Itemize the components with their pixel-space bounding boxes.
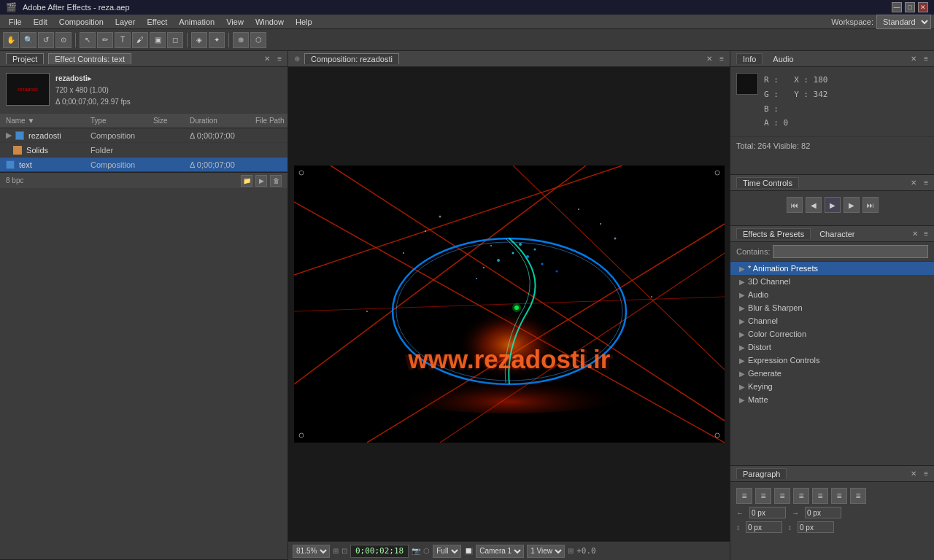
align-center-btn[interactable]: ≡	[755, 488, 771, 504]
menu-animation[interactable]: Animation	[173, 16, 220, 28]
effect-item-blur-sharpen[interactable]: ▶ Blur & Sharpen	[730, 301, 934, 314]
tool-hand[interactable]: ✋	[3, 32, 19, 48]
align-right-btn[interactable]: ≡	[774, 488, 790, 504]
space-before-input[interactable]	[746, 521, 782, 533]
center-area: ⊕ Composition: rezadosti ✕ ≡	[288, 51, 730, 560]
tool-eraser[interactable]: ◻	[167, 32, 183, 48]
info-panel-close[interactable]: ✕	[911, 55, 916, 63]
panel-menu-btn[interactable]: ≡	[277, 55, 282, 63]
quality-select[interactable]: Full	[433, 545, 461, 558]
comp-time-display[interactable]: 0;00;02;18	[350, 545, 409, 558]
effect-item-3d-channel[interactable]: ▶ 3D Channel	[730, 275, 934, 288]
menu-window[interactable]: Window	[250, 16, 290, 28]
tool-pen[interactable]: ✏	[97, 32, 113, 48]
effect-item-distort[interactable]: ▶ Distort	[730, 341, 934, 354]
indent-left-input[interactable]	[749, 507, 786, 518]
tool-camera-orbit[interactable]: ⊙	[55, 32, 72, 48]
new-folder-btn[interactable]: 📁	[241, 175, 252, 187]
project-item[interactable]: ▶ rezadosti Composition Δ 0;00;07;00	[0, 128, 287, 143]
comp-viewer: www.rezadosti.ir www.rezadosti.ir	[288, 67, 730, 541]
menu-view[interactable]: View	[220, 16, 250, 28]
comp-panel-menu[interactable]: ≡	[719, 55, 724, 63]
goto-start-btn[interactable]: ⏮	[787, 197, 803, 213]
info-panel-menu[interactable]: ≡	[924, 55, 928, 63]
justify-right-btn[interactable]: ≡	[831, 488, 847, 504]
indent-right-input[interactable]	[805, 507, 841, 518]
next-frame-btn[interactable]: ▶	[844, 197, 860, 213]
info-b: B :	[764, 102, 788, 117]
prev-frame-btn[interactable]: ◀	[806, 197, 822, 213]
tab-character[interactable]: Character	[814, 229, 860, 239]
maximize-button[interactable]: □	[905, 2, 915, 12]
effects-panel-menu[interactable]: ≡	[924, 230, 928, 238]
view-select[interactable]: 1 View	[527, 545, 565, 558]
effect-item-color-correction[interactable]: ▶ Color Correction	[730, 327, 934, 341]
justify-left-btn[interactable]: ≡	[793, 488, 809, 504]
time-controls-close[interactable]: ✕	[911, 179, 916, 187]
tool-roto[interactable]: ◈	[191, 32, 207, 48]
effect-item-matte[interactable]: ▶ Matte	[730, 393, 934, 406]
effects-search-input[interactable]	[773, 245, 928, 258]
menu-layer[interactable]: Layer	[109, 16, 142, 28]
tool-snap[interactable]: ⊕	[233, 32, 249, 48]
project-item[interactable]: Solids Folder	[0, 143, 287, 158]
bpc-indicator: 8 bpc	[6, 176, 23, 184]
camera-select[interactable]: Camera 1	[476, 545, 524, 558]
menu-composition[interactable]: Composition	[53, 16, 109, 28]
effect-item-channel[interactable]: ▶ Channel	[730, 314, 934, 327]
panel-close-btn[interactable]: ✕	[264, 55, 270, 63]
contains-label: Contains:	[736, 247, 770, 256]
effect-item-audio[interactable]: ▶ Audio	[730, 288, 934, 301]
goto-end-btn[interactable]: ⏭	[862, 197, 879, 213]
info-g: G :	[764, 88, 788, 102]
tab-project[interactable]: Project	[6, 53, 44, 64]
effects-panel-close[interactable]: ✕	[912, 230, 918, 238]
justify-all-btn[interactable]: ≡	[850, 488, 866, 504]
close-button[interactable]: ✕	[918, 2, 928, 12]
menu-help[interactable]: Help	[290, 16, 318, 28]
tool-select[interactable]: ↖	[80, 32, 96, 48]
effects-panel: Effects & Presets Character ✕ ≡ Contains…	[730, 226, 934, 465]
align-left-btn[interactable]: ≡	[736, 488, 752, 504]
effect-item-generate[interactable]: ▶ Generate	[730, 367, 934, 380]
tab-time-controls[interactable]: Time Controls	[736, 177, 799, 188]
tab-composition[interactable]: Composition: rezadosti	[304, 53, 399, 64]
tab-paragraph[interactable]: Paragraph	[736, 468, 787, 479]
tab-audio[interactable]: Audio	[767, 54, 799, 64]
tool-text[interactable]: T	[115, 32, 131, 48]
menu-effect[interactable]: Effect	[141, 16, 173, 28]
tool-brush[interactable]: 🖌	[132, 32, 148, 48]
play-btn[interactable]: ▶	[825, 197, 841, 213]
menubar: File Edit Composition Layer Effect Anima…	[0, 15, 934, 29]
justify-center-btn[interactable]: ≡	[812, 488, 828, 504]
paragraph-menu[interactable]: ≡	[924, 470, 928, 478]
comp-panel-close[interactable]: ✕	[706, 55, 712, 63]
menu-edit[interactable]: Edit	[28, 16, 53, 28]
tool-stamp[interactable]: ▣	[150, 32, 166, 48]
tool-3d[interactable]: ⬡	[250, 32, 266, 48]
col-header-name[interactable]: Name ▼	[0, 117, 88, 125]
space-after-input[interactable]	[798, 521, 834, 533]
paragraph-close[interactable]: ✕	[911, 470, 916, 478]
tool-rotate[interactable]: ↺	[38, 32, 54, 48]
tool-puppet[interactable]: ✦	[209, 32, 225, 48]
tab-effect-controls[interactable]: Effect Controls: text	[48, 53, 131, 64]
overlay-icon: ⊞	[568, 547, 574, 555]
tab-effects-presets[interactable]: Effects & Presets	[736, 228, 811, 239]
workspace-select[interactable]: Standard	[876, 15, 931, 29]
time-controls-menu[interactable]: ≡	[924, 179, 928, 187]
color-swatch	[736, 73, 758, 95]
effect-item-animation-presets[interactable]: ▶ * Animation Presets	[730, 262, 934, 275]
tab-info[interactable]: Info	[736, 53, 763, 64]
tool-zoom[interactable]: 🔍	[20, 32, 36, 48]
left-panel: Project Effect Controls: text ✕ ≡ rezado…	[0, 51, 288, 560]
effect-item-expression[interactable]: ▶ Expression Controls	[730, 354, 934, 367]
new-comp-btn[interactable]: ▶	[255, 175, 267, 187]
effect-item-keying[interactable]: ▶ Keying	[730, 380, 934, 393]
res-icon: 🔲	[464, 547, 473, 555]
zoom-select[interactable]: 81.5%	[293, 545, 330, 558]
minimize-button[interactable]: —	[892, 2, 902, 12]
menu-file[interactable]: File	[3, 16, 28, 28]
trash-btn[interactable]: 🗑	[270, 175, 282, 187]
project-item-text[interactable]: text Composition Δ 0;00;07;00	[0, 158, 287, 172]
